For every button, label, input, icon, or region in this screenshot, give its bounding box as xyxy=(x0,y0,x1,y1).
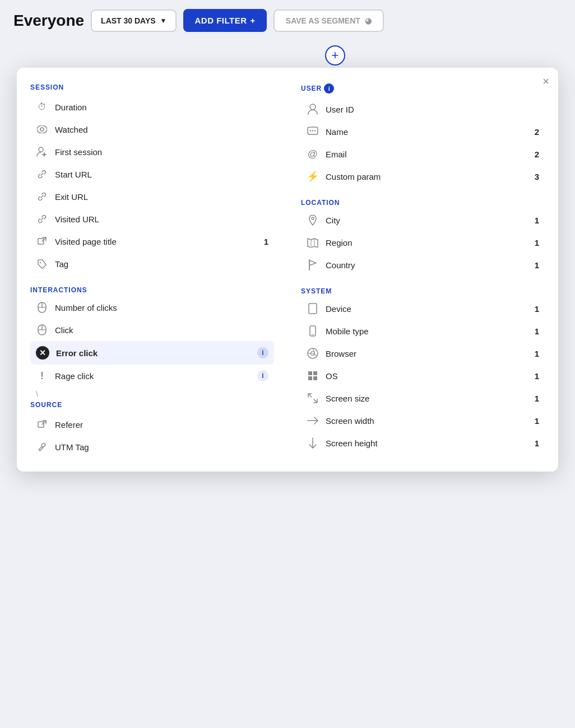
device-label: Device xyxy=(326,304,528,314)
session-item-visited-page-title[interactable]: Visited page title 1 xyxy=(30,230,274,253)
link-icon-start xyxy=(36,168,48,180)
interactions-section-title: INTERACTIONS xyxy=(30,286,274,294)
exit-url-label: Exit URL xyxy=(55,192,268,202)
mouse-icon-click xyxy=(36,324,48,336)
user-item-email[interactable]: @ Email 2 xyxy=(301,143,545,165)
session-item-visited-url[interactable]: Visited URL xyxy=(30,208,274,230)
error-click-info-icon: i xyxy=(257,347,268,358)
region-label: Region xyxy=(326,238,528,248)
system-item-screen-size[interactable]: Screen size 1 xyxy=(301,387,545,409)
country-count: 1 xyxy=(535,260,539,270)
svg-rect-11 xyxy=(38,422,44,427)
start-url-label: Start URL xyxy=(55,170,268,179)
chat-icon xyxy=(307,125,319,138)
at-icon: @ xyxy=(307,148,319,160)
filter-panel-wrapper: × SESSION ⏱ Duration Watched xyxy=(17,68,558,472)
user-item-name[interactable]: Name 2 xyxy=(301,120,545,143)
system-item-os[interactable]: OS 1 xyxy=(301,365,545,387)
custom-param-count: 3 xyxy=(535,172,539,181)
source-item-referer[interactable]: Referer xyxy=(30,413,274,436)
top-bar: Everyone LAST 30 DAYS ▼ ADD FILTER + SAV… xyxy=(0,0,575,41)
region-count: 1 xyxy=(535,238,539,248)
location-item-region[interactable]: Region 1 xyxy=(301,231,545,254)
session-item-first-session[interactable]: First session xyxy=(30,141,274,163)
link-icon-visited xyxy=(36,213,48,225)
external-link-icon xyxy=(36,235,48,248)
svg-rect-3 xyxy=(38,239,44,244)
session-item-duration[interactable]: ⏱ Duration xyxy=(30,96,274,118)
watched-label: Watched xyxy=(55,125,268,134)
first-session-label: First session xyxy=(55,147,268,157)
system-item-device[interactable]: Device 1 xyxy=(301,297,545,320)
eye-icon xyxy=(36,123,48,136)
referer-label: Referer xyxy=(55,420,268,430)
country-label: Country xyxy=(326,260,528,270)
wrench-icon xyxy=(36,441,48,453)
session-section-title: SESSION xyxy=(30,83,274,91)
system-item-screen-height[interactable]: Screen height 1 xyxy=(301,432,545,454)
pin-icon xyxy=(307,214,319,226)
date-range-button[interactable]: LAST 30 DAYS ▼ xyxy=(91,10,177,32)
user-id-label: User ID xyxy=(326,105,539,114)
mobile-type-label: Mobile type xyxy=(326,326,528,336)
add-condition-button[interactable]: + xyxy=(325,45,345,66)
exclamation-icon: ! xyxy=(36,370,48,382)
location-item-city[interactable]: City 1 xyxy=(301,209,545,231)
session-item-start-url[interactable]: Start URL xyxy=(30,163,274,185)
interactions-item-rage-click[interactable]: ! Rage click i xyxy=(30,365,274,387)
user-item-custom-param[interactable]: ⚡ Custom param 3 xyxy=(301,165,545,188)
session-item-watched[interactable]: Watched xyxy=(30,118,274,141)
tag-label: Tag xyxy=(55,259,268,269)
system-item-screen-width[interactable]: Screen width 1 xyxy=(301,409,545,432)
left-column: SESSION ⏱ Duration Watched xyxy=(17,83,288,458)
rage-click-label: Rage click xyxy=(55,371,251,381)
flag-icon xyxy=(307,259,319,271)
visited-page-title-label: Visited page title xyxy=(55,237,257,246)
screen-size-count: 1 xyxy=(535,394,539,403)
add-filter-button[interactable]: ADD FILTER + xyxy=(183,9,266,32)
source-item-utm-tag[interactable]: UTM Tag xyxy=(30,436,274,458)
visited-page-title-count: 1 xyxy=(264,237,268,246)
system-item-mobile-type[interactable]: Mobile type 1 xyxy=(301,320,545,342)
interactions-item-click[interactable]: Click xyxy=(30,319,274,341)
svg-rect-32 xyxy=(313,376,317,380)
svg-point-15 xyxy=(312,130,313,131)
svg-point-12 xyxy=(310,104,316,110)
svg-point-1 xyxy=(40,128,44,131)
rage-click-info-icon: i xyxy=(257,370,268,381)
chevron-down-icon: ▼ xyxy=(160,17,167,25)
session-item-exit-url[interactable]: Exit URL xyxy=(30,185,274,208)
svg-rect-21 xyxy=(309,304,317,314)
browser-count: 1 xyxy=(535,349,539,358)
system-item-browser[interactable]: Browser 1 xyxy=(301,342,545,365)
save-segment-button[interactable]: SAVE AS SEGMENT ◕ xyxy=(273,10,384,32)
os-count: 1 xyxy=(535,371,539,381)
map-icon xyxy=(307,236,319,249)
plus-icon: + xyxy=(251,16,256,25)
email-label: Email xyxy=(326,150,528,159)
duration-label: Duration xyxy=(55,102,268,112)
svg-rect-31 xyxy=(308,376,312,380)
number-of-clicks-label: Number of clicks xyxy=(55,303,268,312)
interactions-item-error-click[interactable]: ✕ Error click i xyxy=(30,341,274,365)
svg-point-14 xyxy=(310,130,311,131)
svg-point-0 xyxy=(37,125,47,133)
source-section-title: SOURCE xyxy=(30,401,274,409)
pie-icon: ◕ xyxy=(365,16,372,25)
windows-icon xyxy=(307,370,319,382)
interactions-item-number-of-clicks[interactable]: Number of clicks xyxy=(30,296,274,319)
city-count: 1 xyxy=(535,216,539,225)
svg-rect-30 xyxy=(313,371,317,375)
svg-line-26 xyxy=(313,348,315,353)
custom-param-label: Custom param xyxy=(326,172,528,181)
session-item-tag[interactable]: Tag xyxy=(30,253,274,275)
user-item-user-id[interactable]: User ID xyxy=(301,98,545,120)
location-item-country[interactable]: Country 1 xyxy=(301,254,545,276)
arrow-down-icon xyxy=(307,437,319,449)
person-icon xyxy=(307,103,319,115)
screen-height-count: 1 xyxy=(535,438,539,448)
close-button[interactable]: × xyxy=(542,76,549,87)
city-label: City xyxy=(326,216,528,225)
svg-rect-29 xyxy=(308,371,312,375)
svg-point-4 xyxy=(40,262,41,263)
